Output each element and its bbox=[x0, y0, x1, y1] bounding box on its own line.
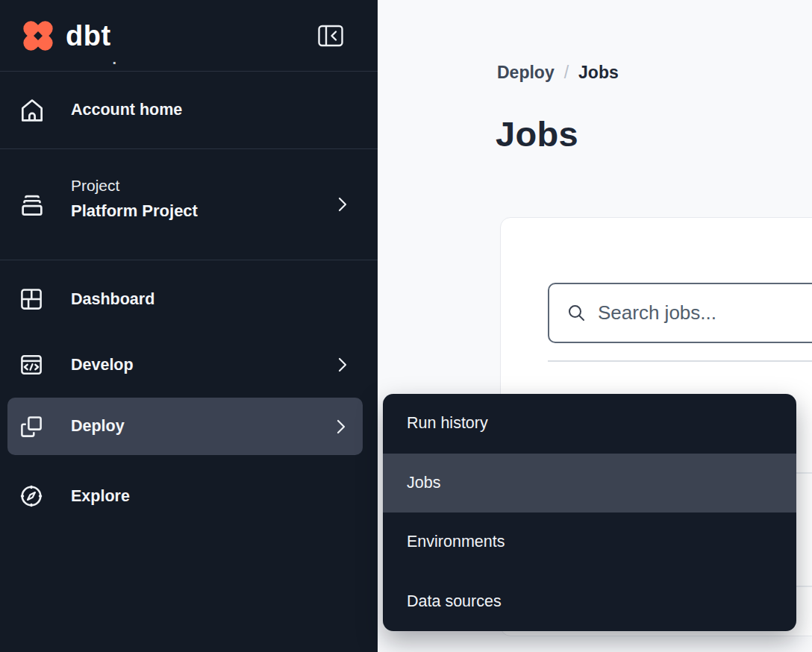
sidebar-item-label: Account home bbox=[71, 101, 182, 119]
home-icon bbox=[18, 96, 46, 125]
dashboard-icon bbox=[18, 285, 46, 313]
collapse-sidebar-button[interactable] bbox=[316, 23, 345, 48]
breadcrumb: Deploy / Jobs bbox=[497, 63, 619, 83]
chevron-right-icon bbox=[336, 419, 346, 435]
card-divider bbox=[548, 360, 812, 362]
sidebar-item-account-home[interactable]: Account home bbox=[0, 72, 378, 149]
deploy-icon bbox=[18, 413, 46, 441]
dbt-logo-icon bbox=[18, 16, 58, 56]
sidebar-item-label: Develop bbox=[71, 356, 134, 374]
project-name: Platform Project bbox=[71, 203, 198, 219]
search-box bbox=[548, 283, 812, 343]
sidebar-item-label: Explore bbox=[71, 487, 130, 506]
page-title: Jobs bbox=[496, 113, 578, 154]
sidebar-item-explore[interactable]: Explore bbox=[0, 463, 378, 529]
breadcrumb-current: Jobs bbox=[578, 63, 619, 83]
sidebar-item-deploy[interactable]: Deploy bbox=[7, 398, 363, 455]
breadcrumb-deploy-link[interactable]: Deploy bbox=[497, 63, 555, 83]
search-jobs-input[interactable] bbox=[598, 301, 812, 325]
search-icon bbox=[566, 303, 587, 323]
submenu-item-jobs[interactable]: Jobs bbox=[383, 454, 796, 513]
collapse-sidebar-icon bbox=[317, 24, 344, 48]
sidebar-item-label: Project bbox=[71, 178, 198, 193]
logo-trademark: . bbox=[113, 51, 117, 66]
submenu-item-run-history[interactable]: Run history bbox=[383, 394, 796, 454]
submenu-item-data-sources[interactable]: Data sources bbox=[383, 572, 796, 632]
sidebar-item-label: Deploy bbox=[71, 417, 125, 436]
project-labels: Project Platform Project bbox=[71, 178, 198, 219]
deploy-submenu: Run history Jobs Environments Data sourc… bbox=[383, 394, 796, 631]
project-icon bbox=[18, 190, 46, 219]
sidebar-item-dashboard[interactable]: Dashboard bbox=[0, 266, 378, 332]
sidebar-item-label: Dashboard bbox=[71, 290, 154, 309]
chevron-right-icon bbox=[337, 357, 348, 373]
sidebar-item-project[interactable]: Project Platform Project bbox=[0, 149, 378, 260]
explore-icon bbox=[18, 482, 46, 510]
sidebar-header: dbt . bbox=[0, 0, 378, 72]
logo-text: dbt bbox=[66, 22, 111, 50]
sidebar: dbt . Account home bbox=[0, 0, 378, 652]
submenu-item-environments[interactable]: Environments bbox=[383, 512, 796, 572]
breadcrumb-separator: / bbox=[564, 63, 569, 83]
chevron-right-icon bbox=[337, 196, 348, 213]
develop-icon bbox=[18, 351, 46, 379]
sidebar-item-develop[interactable]: Develop bbox=[0, 332, 378, 398]
